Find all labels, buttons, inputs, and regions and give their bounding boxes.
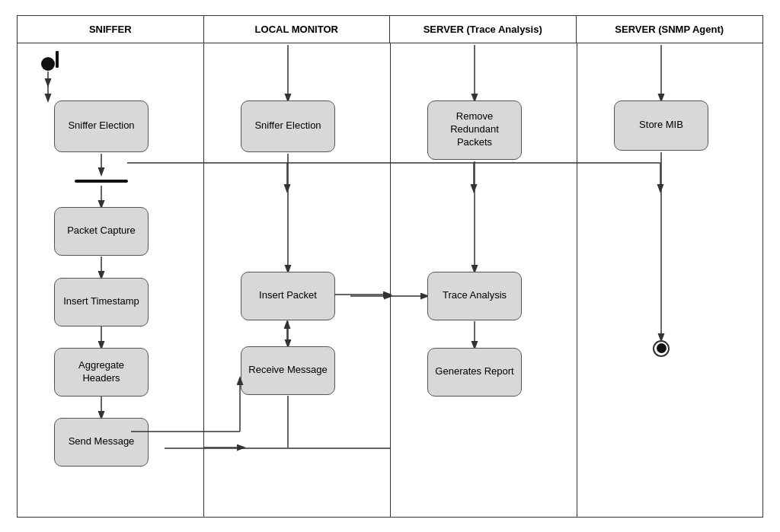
header-local-monitor: LOCAL MONITOR bbox=[204, 16, 391, 43]
receive-message-box: Receive Message bbox=[241, 346, 335, 395]
send-message-box: Send Message bbox=[54, 418, 149, 467]
fork-bar bbox=[75, 180, 128, 183]
generates-report-box: Generates Report bbox=[427, 348, 522, 397]
header-sniffer: SNIFFER bbox=[18, 16, 204, 43]
remove-redundant-box: Remove Redundant Packets bbox=[427, 100, 522, 160]
store-mib-box: Store MIB bbox=[614, 100, 708, 151]
swimlane-sniffer: Sniffer Election Packet Capture Insert T… bbox=[18, 43, 204, 517]
swimlane-server-snmp: Store MIB bbox=[577, 43, 764, 517]
initial-stop bbox=[56, 51, 59, 68]
trace-analysis-box: Trace Analysis bbox=[427, 272, 522, 320]
header-server-snmp: SERVER (SNMP Agent) bbox=[577, 16, 763, 43]
swimlane-headers: SNIFFER LOCAL MONITOR SERVER (Trace Anal… bbox=[18, 16, 762, 43]
sniffer-election-box: Sniffer Election bbox=[54, 100, 149, 152]
final-node-inner bbox=[657, 343, 667, 353]
insert-timestamp-box: Insert Timestamp bbox=[54, 278, 149, 327]
packet-capture-box: Packet Capture bbox=[54, 207, 149, 256]
swimlane-local-monitor: Sniffer Election Insert Packet Receive M… bbox=[204, 43, 391, 517]
final-node bbox=[653, 340, 670, 357]
aggregate-headers-box: Aggregate Headers bbox=[54, 348, 149, 397]
sniffer-election-2-box: Sniffer Election bbox=[241, 100, 335, 152]
swimlane-server-trace: Remove Redundant Packets Trace Analysis … bbox=[391, 43, 577, 517]
insert-packet-box: Insert Packet bbox=[241, 272, 335, 320]
diagram-container: SNIFFER LOCAL MONITOR SERVER (Trace Anal… bbox=[17, 15, 763, 518]
initial-node bbox=[41, 57, 55, 71]
header-server-trace: SERVER (Trace Analysis) bbox=[390, 16, 577, 43]
swimlane-body: Sniffer Election Packet Capture Insert T… bbox=[18, 43, 762, 517]
